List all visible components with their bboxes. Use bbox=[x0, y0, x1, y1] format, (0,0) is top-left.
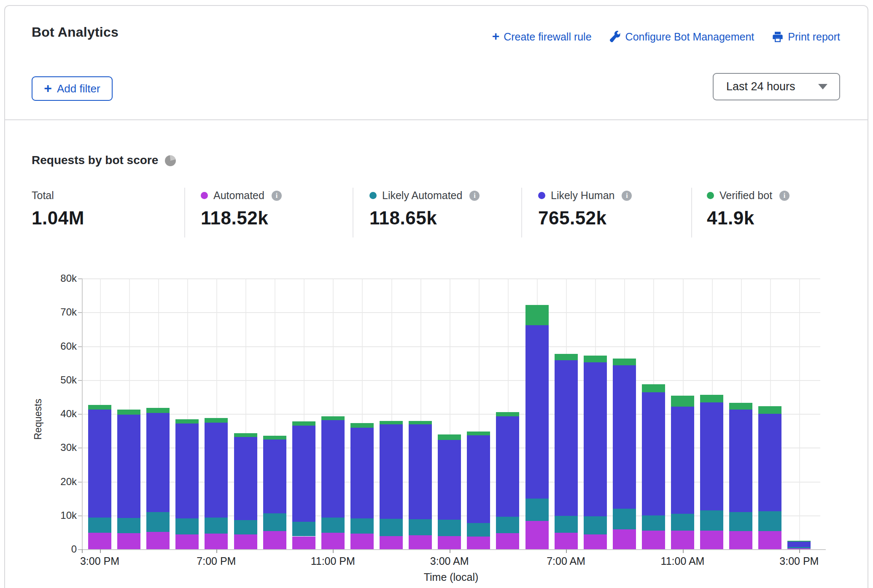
bar[interactable] bbox=[321, 278, 345, 549]
bar-segment-likely-human bbox=[496, 416, 519, 517]
bar-segment-automated bbox=[584, 534, 607, 549]
bar[interactable] bbox=[671, 278, 694, 549]
x-tick-mark bbox=[100, 549, 101, 553]
y-tick-label: 30k bbox=[47, 442, 77, 453]
bar-segment-automated bbox=[438, 536, 461, 549]
bar-segment-likely-human bbox=[88, 410, 111, 518]
bar-segment-automated bbox=[234, 534, 257, 549]
bar-segment-likely-human bbox=[205, 423, 228, 518]
x-tick-mark bbox=[450, 549, 450, 553]
print-report-label: Print report bbox=[788, 31, 840, 43]
bar[interactable] bbox=[350, 278, 374, 549]
y-tick-mark bbox=[78, 515, 82, 516]
bar[interactable] bbox=[292, 278, 315, 549]
y-tick-label: 80k bbox=[47, 272, 77, 284]
info-icon[interactable]: i bbox=[779, 191, 789, 201]
bar-segment-automated bbox=[205, 534, 228, 549]
bar-segment-likely-automated bbox=[642, 515, 665, 531]
bar-segment-automated bbox=[467, 537, 490, 549]
x-tick-mark bbox=[799, 549, 800, 553]
bar[interactable] bbox=[146, 278, 170, 549]
bar-segment-likely-human bbox=[117, 415, 140, 518]
bar[interactable] bbox=[467, 278, 490, 549]
y-tick-label: 60k bbox=[47, 340, 77, 352]
stats-row: Total 1.04M Automated i 118.52k Likely A… bbox=[0, 188, 873, 238]
bar[interactable] bbox=[175, 278, 199, 549]
configure-bot-management-link[interactable]: Configure Bot Management bbox=[609, 31, 754, 43]
bar-segment-automated bbox=[642, 531, 665, 549]
bar-segment-automated bbox=[496, 533, 519, 549]
bar[interactable] bbox=[700, 278, 723, 549]
bar-segment-likely-automated bbox=[584, 516, 607, 534]
bar[interactable] bbox=[234, 278, 257, 549]
create-firewall-rule-link[interactable]: + Create firewall rule bbox=[492, 30, 592, 43]
add-filter-label: Add filter bbox=[57, 82, 100, 95]
bar[interactable] bbox=[642, 278, 665, 549]
bar-segment-verified-bot bbox=[584, 356, 607, 362]
bar-segment-likely-automated bbox=[350, 518, 374, 534]
bar[interactable] bbox=[525, 278, 549, 549]
y-tick-mark bbox=[78, 549, 82, 550]
bar[interactable] bbox=[263, 278, 286, 549]
bar-segment-verified-bot bbox=[613, 359, 636, 365]
bar-segment-likely-human bbox=[350, 428, 374, 518]
y-tick-mark bbox=[78, 278, 82, 279]
add-filter-button[interactable]: + Add filter bbox=[32, 76, 113, 101]
bar-segment-likely-automated bbox=[671, 514, 694, 531]
stat-verified-bot: Verified bot i 41.9k bbox=[707, 189, 789, 229]
bar[interactable] bbox=[205, 278, 228, 549]
bar[interactable] bbox=[409, 278, 432, 549]
info-icon[interactable]: i bbox=[469, 191, 480, 201]
y-tick-label: 70k bbox=[47, 306, 77, 318]
bar-segment-likely-automated bbox=[205, 518, 228, 534]
bar-segment-likely-automated bbox=[88, 518, 111, 533]
bar-segment-likely-automated bbox=[758, 511, 781, 531]
info-icon[interactable]: i bbox=[272, 191, 282, 201]
bar-segment-likely-human bbox=[584, 362, 607, 516]
bar-segment-likely-human bbox=[700, 402, 723, 510]
bar[interactable] bbox=[613, 278, 636, 549]
bar-segment-verified-bot bbox=[758, 406, 781, 414]
bar[interactable] bbox=[117, 278, 140, 549]
bar-segment-automated bbox=[88, 533, 111, 549]
bar-segment-likely-automated bbox=[729, 512, 752, 531]
bar-segment-verified-bot bbox=[555, 354, 578, 360]
bar-segment-automated bbox=[613, 529, 636, 549]
bar-segment-likely-human bbox=[380, 424, 403, 519]
bar[interactable] bbox=[758, 278, 781, 549]
bar[interactable] bbox=[380, 278, 403, 549]
info-icon[interactable]: i bbox=[622, 191, 632, 201]
plus-icon: + bbox=[492, 30, 500, 43]
bar-segment-automated bbox=[409, 535, 432, 549]
stat-verified-bot-label: Verified bot bbox=[719, 189, 772, 202]
bar-segment-likely-human bbox=[758, 414, 781, 511]
bar[interactable] bbox=[555, 278, 578, 549]
bar[interactable] bbox=[729, 278, 752, 549]
bar-segment-automated bbox=[729, 531, 752, 549]
bar[interactable] bbox=[438, 278, 461, 549]
time-range-value: Last 24 hours bbox=[714, 80, 818, 93]
bar-segment-verified-bot bbox=[263, 436, 286, 440]
bar[interactable] bbox=[787, 278, 811, 549]
bar-segment-verified-bot bbox=[525, 305, 549, 325]
stat-verified-bot-value: 41.9k bbox=[707, 208, 789, 229]
bar-segment-likely-human bbox=[175, 423, 199, 518]
configure-bot-management-label: Configure Bot Management bbox=[625, 31, 754, 43]
bar[interactable] bbox=[584, 278, 607, 549]
bar-segment-automated bbox=[700, 531, 723, 549]
y-tick-mark bbox=[78, 414, 82, 415]
stat-likely-automated-value: 118.65k bbox=[369, 208, 480, 229]
bar-segment-likely-human bbox=[409, 424, 432, 519]
bar-segment-verified-bot bbox=[117, 410, 140, 415]
bar[interactable] bbox=[496, 278, 519, 549]
bar-segment-verified-bot bbox=[700, 395, 723, 402]
time-range-select[interactable]: Last 24 hours bbox=[713, 73, 840, 100]
bar-segment-automated bbox=[117, 533, 140, 549]
bar-segment-likely-human bbox=[642, 392, 665, 515]
stat-total-label: Total bbox=[32, 189, 54, 202]
stat-total: Total 1.04M bbox=[32, 189, 84, 229]
x-tick-mark bbox=[683, 549, 684, 553]
automated-dot-icon bbox=[201, 192, 208, 199]
print-report-link[interactable]: Print report bbox=[772, 31, 840, 43]
bar[interactable] bbox=[88, 278, 111, 549]
